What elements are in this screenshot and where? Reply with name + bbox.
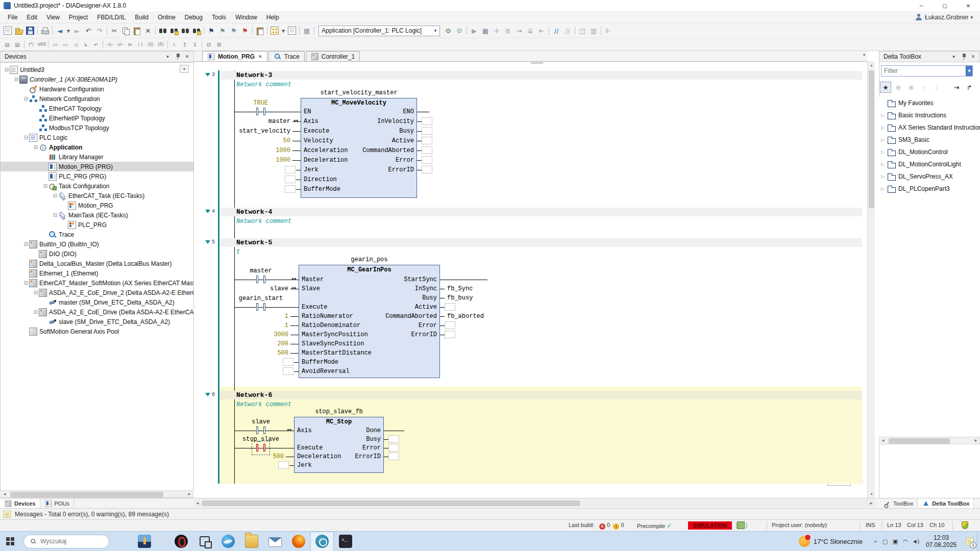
empty-operand-box[interactable]: [285, 176, 296, 183]
insert-network-below-icon[interactable]: ▤: [12, 39, 22, 49]
contact-bar[interactable]: [256, 108, 258, 115]
menu-fbd-ld-il[interactable]: FBD/LD/IL: [92, 11, 130, 23]
insert-negated-contact-icon[interactable]: ⊣/⊢: [115, 39, 125, 49]
tree-item-builtin-io-builtin-io[interactable]: ⊟BuiltIn_IO (BuiltIn_IO): [1, 239, 193, 249]
expander-icon[interactable]: ▷: [881, 186, 887, 191]
delete-icon[interactable]: ✕: [142, 26, 154, 36]
panel-menu-icon[interactable]: ▾: [163, 53, 172, 61]
photos-app-icon[interactable]: [133, 532, 156, 551]
pin-slavesyncposition[interactable]: SlaveSyncPosition: [302, 340, 364, 347]
tree-item-slave-sm-drive-etc-delta-asda-a2[interactable]: slave (SM_Drive_ETC_Delta_ASDA_A2): [1, 317, 193, 327]
pin-busy[interactable]: Busy: [343, 294, 437, 302]
contact-bar[interactable]: [256, 427, 258, 434]
tree-item-dio-dio[interactable]: DIO (DIO): [1, 249, 193, 259]
insert-return-icon[interactable]: ↵: [91, 39, 101, 49]
pin-en[interactable]: EN: [304, 108, 311, 115]
user-menu[interactable]: Łukasz.Grobner ▾: [915, 13, 980, 21]
network-comment[interactable]: t: [236, 248, 440, 256]
tree-overflow-button[interactable]: ▾: [180, 65, 189, 73]
pin-avoidreversal[interactable]: AvoidReversal: [302, 368, 350, 375]
tree-item-ethernetip-topology[interactable]: EtherNetIP Topology: [1, 113, 193, 123]
previous-bookmark-icon[interactable]: ⚑: [217, 26, 228, 36]
wifi-icon[interactable]: ◠: [900, 538, 911, 545]
tree-item-master-sm-drive-etc-delta-asda-a2[interactable]: master (SM_Drive_ETC_Delta_ASDA_A2): [1, 297, 193, 307]
copy-icon[interactable]: [120, 26, 131, 36]
input-operand[interactable]: 500: [198, 349, 288, 357]
pin-active[interactable]: Active: [320, 137, 414, 144]
empty-operand-box[interactable]: [278, 461, 289, 469]
input-operand[interactable]: 1000: [200, 157, 290, 164]
toolbox-horizontal-scrollbar[interactable]: ◄ ►: [879, 437, 980, 444]
expander-icon[interactable]: ⊟: [4, 67, 10, 73]
paste-special-icon[interactable]: [254, 26, 265, 36]
uncomment-icon[interactable]: //: [562, 26, 573, 36]
comment-icon[interactable]: //: [551, 26, 562, 36]
tree-item-trace[interactable]: Trace: [1, 230, 193, 239]
contact-label[interactable]: gearin_start: [228, 295, 293, 302]
taskbar-clock[interactable]: 12:03 07.08.2025: [926, 534, 957, 548]
input-operand[interactable]: 500: [194, 453, 284, 460]
pin-masterstartdistance[interactable]: MasterStartDistance: [302, 349, 372, 357]
toolbox-item-dl-plcopenpart3[interactable]: ▷DL_PLCopenPart3: [879, 183, 980, 195]
insert-parallel-contact-icon[interactable]: ⊨: [125, 39, 135, 49]
find-icon[interactable]: [157, 26, 168, 36]
empty-operand-box[interactable]: [422, 166, 432, 173]
empty-operand-box[interactable]: [445, 303, 455, 311]
pin-busy[interactable]: Busy: [287, 436, 381, 443]
empty-operand-box[interactable]: [445, 331, 455, 338]
network-collapse-icon[interactable]: [205, 240, 210, 244]
expander-icon[interactable]: ▷: [881, 174, 887, 179]
notification-center-button[interactable]: 1: [962, 532, 977, 551]
close-icon[interactable]: ✕: [258, 54, 262, 59]
import-toolbox-icon[interactable]: ⇥: [951, 82, 962, 93]
contact-label[interactable]: master: [228, 267, 293, 274]
pin-startsync[interactable]: StartSync: [343, 276, 437, 283]
task-view-icon[interactable]: [193, 532, 216, 551]
navigate-back-icon[interactable]: ◄: [54, 26, 65, 36]
empty-operand-box[interactable]: [422, 117, 432, 125]
tree-item-ethercat-master-softmotion-ax-series-ethercat-master-softmotion[interactable]: ⊟EtherCAT_Master_SoftMotion (AX Series E…: [1, 278, 193, 288]
move-down-icon[interactable]: ↓: [931, 82, 942, 93]
add-file-icon[interactable]: [286, 26, 298, 36]
pin-icon[interactable]: [173, 53, 182, 61]
scroll-right-icon[interactable]: ►: [974, 438, 979, 443]
close-icon[interactable]: ✕: [969, 53, 977, 61]
expander-icon[interactable]: ⊟: [52, 212, 58, 218]
taskbar-search[interactable]: [23, 535, 109, 548]
find-objects-icon[interactable]: [180, 26, 191, 36]
expander-icon[interactable]: ⊟: [23, 280, 29, 286]
tree-item-modbustcp-topology[interactable]: ModbusTCP Topology: [1, 123, 193, 133]
insert-network-icon[interactable]: ▤: [2, 39, 12, 49]
menu-online[interactable]: Online: [153, 11, 180, 23]
pin-icon[interactable]: [959, 53, 968, 61]
pin-slave[interactable]: Slave: [302, 285, 320, 292]
insert-mode[interactable]: INS: [866, 522, 875, 528]
expander-icon[interactable]: ▷: [881, 125, 887, 130]
input-operand[interactable]: 1: [198, 322, 288, 329]
paste-icon[interactable]: [131, 26, 142, 36]
clear-bookmarks-icon[interactable]: ⚑: [239, 26, 251, 36]
save-project-icon[interactable]: [24, 26, 36, 36]
tree-item-motion-prg-prg[interactable]: Motion_PRG (PRG): [1, 162, 193, 171]
toolbox-item-dl-servopress-ax[interactable]: ▷DL_ServoPress_AX: [879, 170, 980, 183]
menu-window[interactable]: Window: [231, 11, 262, 23]
pin-jerk[interactable]: Jerk: [297, 462, 312, 469]
volume-icon[interactable]: ◄): [911, 538, 921, 545]
scroll-left-icon[interactable]: ◄: [879, 438, 885, 443]
tree-item-asda-a2-e-coe-drive-delta-asda-a2-e-ethercat-coe-drive[interactable]: ⊟ASDA_A2_E_CoE_Drive (Delta ASDA-A2-E Et…: [1, 307, 193, 317]
insert-set-coil-icon[interactable]: (S): [145, 39, 156, 49]
scroll-right-icon[interactable]: ►: [869, 501, 875, 506]
single-cycle-icon[interactable]: ✛: [491, 26, 502, 36]
edit-object-icon[interactable]: ▦: [301, 26, 312, 36]
navigate-forward-icon[interactable]: ►: [71, 26, 83, 36]
insert-box-icon[interactable]: ▭: [50, 39, 60, 49]
pin-jerk[interactable]: Jerk: [304, 166, 318, 173]
new-project-icon[interactable]: [2, 26, 13, 36]
expander-icon[interactable]: ▷: [881, 149, 887, 155]
stop-icon[interactable]: ■: [480, 26, 491, 36]
empty-operand-box[interactable]: [422, 137, 432, 144]
insert-branch-below-icon[interactable]: ↧: [190, 39, 200, 49]
insert-contact-icon[interactable]: ⊣⊢: [105, 39, 115, 49]
add-object-menu-icon[interactable]: ▾: [280, 26, 286, 36]
scroll-down-icon[interactable]: ▼: [868, 490, 875, 498]
